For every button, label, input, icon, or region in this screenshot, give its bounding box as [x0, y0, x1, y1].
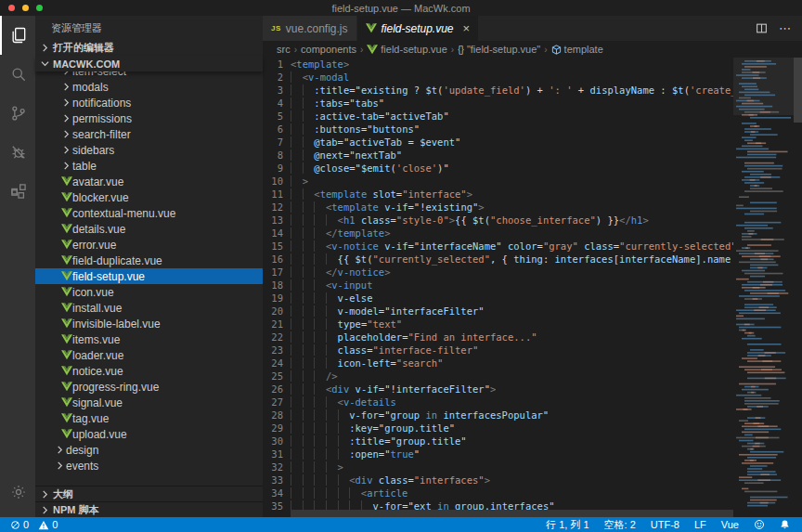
horizontal-scrollbar[interactable] [291, 510, 733, 517]
chevron-right-icon [60, 114, 72, 123]
minimap[interactable] [733, 58, 794, 517]
split-editor-icon[interactable] [756, 22, 768, 34]
tree-item-signal.vue[interactable]: signal.vue [35, 395, 263, 410]
search-icon [9, 65, 28, 84]
tree-item-items.vue[interactable]: items.vue [35, 331, 263, 347]
section-label: 大纲 [53, 487, 73, 501]
tree-item-label: icon.vue [72, 286, 114, 299]
debug-icon [9, 143, 28, 162]
breadcrumb-item-4[interactable]: {}"field-setup.vue" [458, 44, 540, 55]
tree-item-avatar.vue[interactable]: avatar.vue [35, 174, 263, 189]
tree-item-notice.vue[interactable]: notice.vue [35, 363, 263, 379]
section-label: NPM 脚本 [53, 503, 99, 517]
tree-item-table[interactable]: table [35, 158, 263, 174]
language-mode[interactable]: Vue [718, 519, 742, 530]
breadcrumb-item-3[interactable]: field-setup.vue [367, 44, 447, 55]
tree-item-blocker.vue[interactable]: blocker.vue [35, 189, 263, 205]
line-number: 24 [263, 357, 283, 370]
tree-item-label: progress-ring.vue [72, 381, 159, 394]
tree-item-design[interactable]: design [35, 442, 263, 458]
vue-file-icon [60, 350, 72, 360]
tree-item-error.vue[interactable]: error.vue [35, 237, 263, 253]
tree-item-search-filter[interactable]: search-filter [35, 126, 263, 142]
vue-file-icon [60, 397, 72, 408]
tree-item-tag.vue[interactable]: tag.vue [35, 410, 263, 426]
close-window-button[interactable] [8, 5, 15, 11]
problems-errors[interactable]: 0 [7, 519, 32, 530]
encoding[interactable]: UTF-8 [648, 519, 682, 530]
vue-file-icon [60, 429, 72, 439]
tab-bar: JSvue.config.jsfield-setup.vue×⋯ [263, 16, 802, 41]
code-line: 25 /> [263, 370, 733, 383]
tree-item-field-setup.vue[interactable]: field-setup.vue [35, 268, 263, 284]
section-open-editors[interactable]: 打开的编辑器 [35, 40, 263, 56]
activity-debug[interactable] [0, 133, 35, 172]
tree-item-permissions[interactable]: permissions [35, 110, 263, 126]
minimize-window-button[interactable] [22, 5, 29, 11]
code-line: 27 <v-details [263, 396, 733, 409]
tree-item-upload.vue[interactable]: upload.vue [35, 426, 263, 442]
tree-item-progress-ring.vue[interactable]: progress-ring.vue [35, 379, 263, 395]
more-actions-icon[interactable]: ⋯ [779, 21, 791, 35]
vertical-scrollbar[interactable] [794, 58, 802, 123]
js-file-icon: JS [271, 24, 281, 32]
code-text: <h1 class="style-0">{{ $t("choose_interf… [283, 214, 649, 227]
tree-item-loader.vue[interactable]: loader.vue [35, 347, 263, 363]
activity-search[interactable] [0, 55, 35, 94]
tree-item-contextual-menu.vue[interactable]: contextual-menu.vue [35, 205, 263, 221]
tree-item-field-duplicate.vue[interactable]: field-duplicate.vue [35, 253, 263, 268]
eol-label: LF [694, 519, 706, 530]
code-text: <template v-if="!existing"> [283, 201, 485, 214]
tree-item-label: field-duplicate.vue [72, 254, 162, 267]
vscode-window: field-setup.vue — MacWk.com 资源管理器 打开的编辑器… [0, 0, 802, 532]
tree-item-icon.vue[interactable]: icon.vue [35, 284, 263, 300]
tree-item-label: item-select [72, 71, 126, 78]
code-text: type="text" [283, 318, 402, 331]
indentation[interactable]: 空格: 2 [602, 518, 639, 532]
bell-button[interactable] [777, 519, 793, 530]
tree-item-item-select[interactable]: item-select [35, 71, 263, 79]
zoom-window-button[interactable] [36, 5, 43, 11]
tree-item-details.vue[interactable]: details.vue [35, 221, 263, 237]
code-line: 28 v-for="group in interfacesPopular" [263, 409, 733, 422]
breadcrumb-item-1[interactable]: src [277, 44, 291, 55]
tab-field-setup.vue[interactable]: field-setup.vue× [357, 16, 480, 41]
tree-item-sidebars[interactable]: sidebars [35, 142, 263, 158]
section-workspace[interactable]: MACWK.COM [35, 56, 263, 71]
problems-warnings[interactable]: 0 [35, 519, 60, 530]
section-npm-scripts[interactable]: NPM 脚本 [35, 501, 263, 517]
tree-item-invisible-label.vue[interactable]: invisible-label.vue [35, 316, 263, 331]
breadcrumb-item-2[interactable]: components [301, 44, 356, 55]
tree-item-install.vue[interactable]: install.vue [35, 300, 263, 316]
line-number: 6 [263, 123, 283, 136]
cursor-position[interactable]: 行 1, 列 1 [543, 518, 591, 532]
tab-label: vue.config.js [286, 22, 348, 35]
tree-item-label: items.vue [72, 333, 120, 346]
activity-source-control[interactable] [0, 94, 35, 133]
vue-file-icon [60, 192, 72, 202]
minimap-slider[interactable] [733, 58, 794, 115]
traffic-lights [8, 5, 43, 11]
tree-item-modals[interactable]: modals [35, 79, 263, 95]
close-tab-icon[interactable]: × [463, 22, 471, 34]
code-editor[interactable]: 1<template>2 <v-modal3 :title="existing … [263, 58, 802, 517]
status-right: 行 1, 列 1空格: 2UTF-8LFVue [543, 518, 793, 532]
feedback-button[interactable] [751, 519, 768, 530]
code-line: 34 <article [263, 487, 733, 500]
activity-explorer[interactable] [0, 16, 35, 55]
section-outline[interactable]: 大纲 [35, 486, 263, 501]
tree-item-notifications[interactable]: notifications [35, 95, 263, 110]
tree-item-label: upload.vue [72, 428, 127, 441]
section-label: MACWK.COM [53, 58, 120, 70]
activity-settings[interactable] [0, 473, 35, 512]
tree-item-events[interactable]: events [35, 458, 263, 474]
tab-vue.config.js[interactable]: JSvue.config.js [263, 16, 357, 41]
chevron-right-icon [60, 162, 72, 170]
line-number: 17 [263, 266, 283, 279]
activity-extensions[interactable] [0, 172, 35, 211]
code-text: {{ $t("currently_selected", { thing: int… [283, 253, 733, 266]
breadcrumb-item-5[interactable]: template [551, 44, 603, 55]
eol[interactable]: LF [692, 519, 709, 530]
line-number: 5 [263, 110, 283, 123]
vue-file-icon [60, 382, 72, 392]
